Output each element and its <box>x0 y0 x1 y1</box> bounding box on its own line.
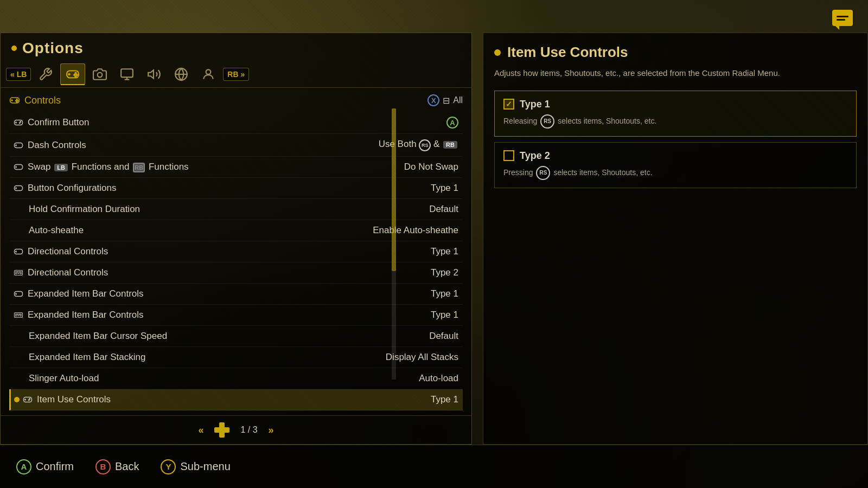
chat-icon <box>832 10 853 26</box>
top-right-chat-icon <box>832 10 853 26</box>
bg-texture <box>0 0 868 488</box>
